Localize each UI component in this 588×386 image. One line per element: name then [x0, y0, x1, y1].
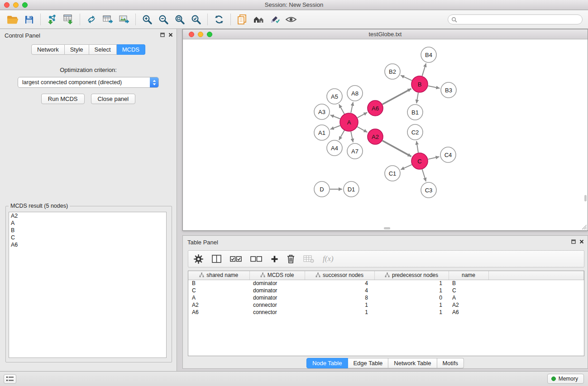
- graph-node-C2[interactable]: C2: [407, 124, 423, 140]
- graph-node-B3[interactable]: B3: [441, 82, 456, 98]
- tab-motifs[interactable]: Motifs: [437, 358, 464, 368]
- table-row[interactable]: Adominator80A: [188, 294, 584, 301]
- close-panel-button[interactable]: Close panel: [91, 94, 136, 104]
- close-window-button[interactable]: [4, 2, 10, 8]
- horizontal-scrollbar-thumb[interactable]: [384, 227, 390, 229]
- table-cell[interactable]: A6: [449, 309, 488, 316]
- graph-node-B[interactable]: B: [411, 76, 428, 92]
- table-cell[interactable]: A: [188, 294, 249, 301]
- graph-node-C1[interactable]: C1: [385, 166, 400, 181]
- open-documents-button[interactable]: [234, 12, 250, 27]
- table-cell[interactable]: connector: [249, 301, 305, 309]
- graph-node-B4[interactable]: B4: [421, 47, 436, 62]
- graph-node-D1[interactable]: D1: [344, 181, 359, 197]
- network-graph[interactable]: B4B2BB3A5A8A6A3B1AA1C2A2A4A7CC4C1C3DD1: [183, 39, 588, 230]
- import-table-button[interactable]: [60, 12, 76, 27]
- mcds-result-item[interactable]: A2: [9, 212, 166, 219]
- table-cell[interactable]: 1: [305, 301, 374, 309]
- graph-edge-B-B2[interactable]: [401, 75, 412, 81]
- graph-node-A2[interactable]: A2: [368, 129, 383, 144]
- table-cell[interactable]: 1: [305, 309, 374, 316]
- mcds-result-item[interactable]: B: [9, 227, 166, 234]
- zoom-in-button[interactable]: [139, 12, 155, 27]
- optimization-criterion-select[interactable]: largest connected component (directed): [18, 77, 159, 88]
- table-cell[interactable]: 1: [374, 301, 449, 309]
- minimize-window-button[interactable]: [13, 2, 19, 8]
- table-cell[interactable]: 1: [374, 280, 449, 287]
- table-cell[interactable]: A2: [188, 301, 249, 309]
- export-image-button[interactable]: [116, 12, 132, 27]
- column-header-mcds-role[interactable]: MCDS role: [249, 271, 305, 280]
- search-input[interactable]: [448, 14, 583, 24]
- table-cell[interactable]: B: [449, 280, 488, 287]
- deselect-all-button[interactable]: [250, 256, 262, 262]
- table-cell[interactable]: 1: [374, 287, 449, 294]
- mcds-result-item[interactable]: A6: [9, 241, 166, 248]
- open-session-button[interactable]: [5, 12, 21, 27]
- delete-table-button[interactable]: [303, 255, 314, 263]
- function-builder-button[interactable]: f(x): [323, 254, 334, 263]
- table-cell[interactable]: dominator: [249, 294, 305, 301]
- graph-edge-B-B4[interactable]: [422, 63, 426, 76]
- graph-node-A1[interactable]: A1: [314, 125, 330, 140]
- table-row[interactable]: Bdominator41B: [188, 280, 584, 287]
- table-cell[interactable]: A2: [449, 301, 488, 309]
- tab-edge-table[interactable]: Edge Table: [348, 358, 388, 368]
- show-graphics-details-button[interactable]: [283, 12, 299, 27]
- graph-edge-A2-C[interactable]: [382, 141, 411, 157]
- network-window-titlebar[interactable]: testGlobe.txt: [183, 29, 588, 39]
- network-close-button[interactable]: [189, 32, 194, 37]
- mcds-result-item[interactable]: A: [9, 219, 166, 227]
- column-header-name[interactable]: name: [449, 271, 488, 280]
- graph-node-B2[interactable]: B2: [385, 64, 400, 79]
- graph-node-D[interactable]: D: [314, 181, 330, 197]
- graph-edge-A-A3[interactable]: [330, 115, 340, 119]
- validate-style-button[interactable]: [267, 12, 283, 27]
- export-network-button[interactable]: [83, 12, 100, 27]
- tab-select[interactable]: Select: [89, 44, 117, 55]
- graph-edge-C-C1[interactable]: [401, 165, 411, 170]
- import-network-button[interactable]: [44, 12, 60, 27]
- table-cell[interactable]: A6: [188, 309, 249, 316]
- show-columns-button[interactable]: [212, 255, 221, 263]
- mcds-result-item[interactable]: C: [9, 234, 166, 241]
- table-cell[interactable]: B: [188, 280, 249, 287]
- float-panel-icon[interactable]: [571, 239, 576, 244]
- home-button[interactable]: [250, 12, 267, 27]
- graph-edge-B-B3[interactable]: [428, 86, 440, 88]
- tab-network[interactable]: Network: [31, 44, 65, 55]
- mcds-result-list[interactable]: A2ABCA6: [9, 212, 167, 358]
- table-cell[interactable]: 4: [305, 280, 374, 287]
- table-cell[interactable]: 1: [374, 309, 449, 316]
- table-row[interactable]: A6connector11A6: [188, 309, 584, 316]
- graph-node-C[interactable]: C: [411, 153, 428, 169]
- column-header-shared-name[interactable]: shared name: [188, 271, 249, 280]
- tab-mcds[interactable]: MCDS: [117, 44, 145, 55]
- add-column-button[interactable]: [271, 255, 278, 263]
- run-mcds-button[interactable]: Run MCDS: [41, 94, 85, 104]
- graph-node-A4[interactable]: A4: [327, 140, 342, 156]
- graph-edge-A-A5[interactable]: [339, 104, 344, 114]
- graph-edge-A-A7[interactable]: [351, 132, 353, 143]
- vertical-scrollbar-thumb[interactable]: [584, 195, 587, 201]
- graph-edge-C-C2[interactable]: [416, 141, 418, 152]
- show-panel-button[interactable]: [4, 374, 16, 384]
- table-cell[interactable]: C: [449, 287, 488, 294]
- graph-edge-A-A4[interactable]: [339, 130, 344, 140]
- table-row[interactable]: Cdominator41C: [188, 287, 584, 294]
- graph-node-A3[interactable]: A3: [314, 104, 330, 119]
- select-all-button[interactable]: [230, 256, 242, 262]
- graph-node-C3[interactable]: C3: [421, 182, 436, 198]
- maximize-window-button[interactable]: [22, 2, 28, 8]
- table-row[interactable]: A2connector11A2: [188, 301, 584, 309]
- graph-edge-C-C3[interactable]: [422, 169, 426, 181]
- graph-edge-A-A2[interactable]: [357, 127, 367, 132]
- delete-columns-button[interactable]: [287, 254, 295, 263]
- memory-button[interactable]: Memory: [547, 374, 584, 384]
- table-cell[interactable]: 4: [305, 287, 374, 294]
- table-cell[interactable]: dominator: [249, 287, 305, 294]
- zoom-fit-button[interactable]: [172, 12, 188, 27]
- resize-grip-icon[interactable]: [582, 224, 587, 230]
- graph-node-A8[interactable]: A8: [347, 86, 363, 101]
- close-panel-icon[interactable]: [168, 33, 173, 37]
